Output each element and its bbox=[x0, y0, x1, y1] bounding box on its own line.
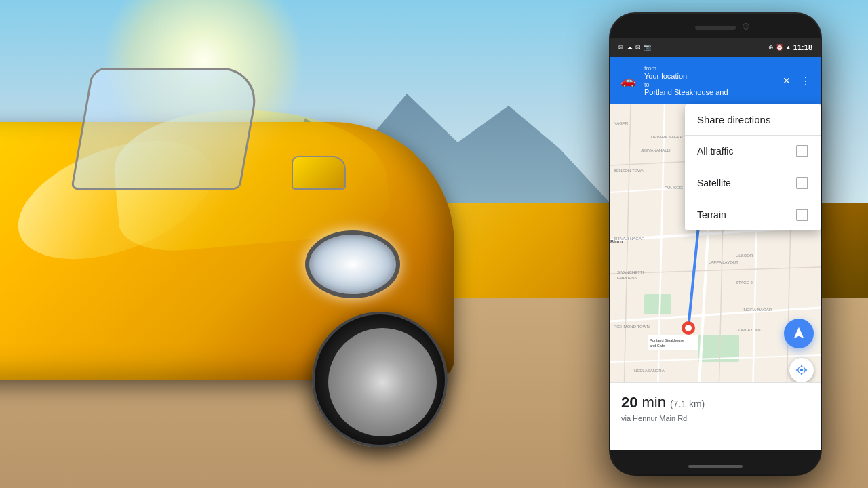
via-text: via Hennur Main Rd bbox=[621, 414, 810, 422]
bottom-panel: 20 min (7.1 km) via Hennur Main Rd bbox=[610, 382, 821, 450]
svg-text:STAGE 2: STAGE 2 bbox=[736, 281, 753, 285]
car-windshield bbox=[71, 68, 262, 190]
svg-text:JEEVANAHALLI: JEEVANAHALLI bbox=[641, 148, 671, 152]
terrain-label: Terrain bbox=[697, 209, 726, 220]
to-value: Portland Steakhouse and bbox=[644, 88, 773, 96]
svg-text:DEVARA NAGAR: DEVARA NAGAR bbox=[651, 135, 684, 139]
car-tire-front bbox=[312, 312, 448, 447]
car-container bbox=[0, 41, 502, 420]
svg-text:Portland Steakhouse: Portland Steakhouse bbox=[650, 338, 684, 342]
svg-rect-2 bbox=[644, 294, 671, 314]
cloud-icon: ☁ bbox=[627, 44, 633, 51]
mail-icon: ✉ bbox=[635, 44, 641, 51]
svg-text:SIVANCHETTI: SIVANCHETTI bbox=[617, 270, 644, 274]
phone-speaker bbox=[695, 26, 736, 30]
terrain-checkbox[interactable] bbox=[796, 209, 808, 221]
close-button[interactable]: ✕ bbox=[778, 73, 795, 89]
svg-text:NEELASANDRA: NEELASANDRA bbox=[634, 369, 665, 373]
svg-text:Bluru: Bluru bbox=[610, 239, 623, 244]
duration-unit: min bbox=[642, 394, 665, 411]
car-body bbox=[0, 81, 488, 420]
my-location-icon bbox=[795, 364, 808, 376]
dropdown-menu: Share directions All traffic Satellite T… bbox=[685, 104, 821, 230]
wifi-icon: ▲ bbox=[785, 44, 791, 51]
phone-wrapper: ✉ ☁ ✉ 📷 ⊕ ⏰ ▲ 11:18 🚗 from Your location… bbox=[610, 14, 821, 474]
svg-text:RICHMOND TOWN: RICHMOND TOWN bbox=[614, 325, 650, 329]
svg-point-16 bbox=[685, 325, 692, 331]
car-mode-icon: 🚗 bbox=[620, 73, 635, 88]
svg-text:ULSOOR: ULSOOR bbox=[736, 253, 753, 258]
header-actions: ✕ ⋮ bbox=[778, 73, 814, 89]
car-mode-icon-box: 🚗 bbox=[617, 70, 639, 92]
status-icons-left: ✉ ☁ ✉ 📷 bbox=[618, 44, 651, 51]
phone-home-indicator bbox=[688, 465, 743, 468]
svg-text:NAGAR: NAGAR bbox=[614, 121, 629, 125]
camera-icon: 📷 bbox=[644, 44, 651, 51]
svg-text:DOMLAYOUT: DOMLAYOUT bbox=[736, 328, 762, 332]
phone-camera bbox=[743, 23, 749, 30]
location-status-icon: ⊕ bbox=[768, 44, 774, 51]
svg-text:GARDENS: GARDENS bbox=[617, 276, 637, 280]
svg-text:INDIRA NAGAR: INDIRA NAGAR bbox=[743, 308, 772, 312]
alarm-icon: ⏰ bbox=[776, 44, 783, 51]
menu-item-terrain[interactable]: Terrain bbox=[685, 199, 821, 230]
email-icon: ✉ bbox=[618, 44, 624, 51]
svg-text:and Cafe: and Cafe bbox=[650, 344, 665, 348]
from-value: Your location bbox=[644, 72, 773, 80]
satellite-label: Satellite bbox=[697, 178, 731, 188]
duration-value: 20 bbox=[621, 394, 637, 411]
directions-text: from Your location to Portland Steakhous… bbox=[644, 65, 773, 96]
status-time: 11:18 bbox=[793, 43, 812, 52]
svg-point-39 bbox=[800, 369, 804, 372]
menu-header: Share directions bbox=[685, 104, 821, 136]
navigate-icon bbox=[791, 326, 806, 341]
duration-line: 20 min (7.1 km) bbox=[621, 394, 810, 411]
svg-text:LAPPA LAYOUT: LAPPA LAYOUT bbox=[709, 260, 738, 264]
all-traffic-checkbox[interactable] bbox=[796, 145, 808, 157]
navigate-button[interactable] bbox=[784, 319, 814, 348]
to-label: to bbox=[644, 81, 773, 88]
satellite-checkbox[interactable] bbox=[796, 177, 808, 189]
svg-text:BENSON TOWN: BENSON TOWN bbox=[614, 169, 644, 173]
menu-item-satellite[interactable]: Satellite bbox=[685, 167, 821, 199]
car-mirror bbox=[292, 156, 346, 190]
directions-header: 🚗 from Your location to Portland Steakho… bbox=[610, 57, 821, 104]
car-headlight bbox=[305, 230, 400, 298]
status-icons-right: ⊕ ⏰ ▲ 11:18 bbox=[768, 43, 812, 52]
from-label: from bbox=[644, 65, 773, 72]
distance: (7.1 km) bbox=[670, 399, 705, 409]
phone-device: ✉ ☁ ✉ 📷 ⊕ ⏰ ▲ 11:18 🚗 from Your location… bbox=[610, 14, 821, 474]
menu-item-all-traffic[interactable]: All traffic bbox=[685, 136, 821, 167]
my-location-button[interactable] bbox=[789, 358, 814, 382]
status-bar: ✉ ☁ ✉ 📷 ⊕ ⏰ ▲ 11:18 bbox=[610, 38, 821, 57]
more-options-button[interactable]: ⋮ bbox=[797, 73, 814, 89]
all-traffic-label: All traffic bbox=[697, 146, 733, 157]
